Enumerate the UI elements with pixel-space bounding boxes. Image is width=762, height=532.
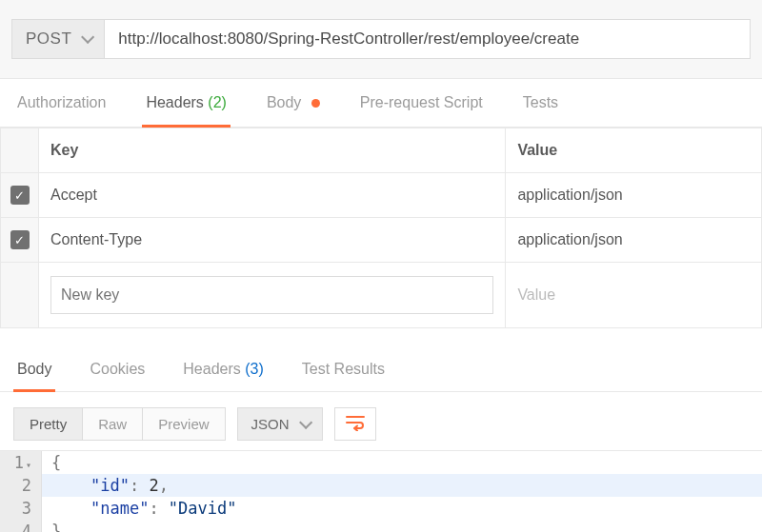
tab-tests[interactable]: Tests (519, 79, 562, 127)
headers-count: (2) (208, 94, 227, 110)
checkbox-header (1, 128, 39, 173)
resp-headers-count: (3) (245, 361, 264, 377)
header-value[interactable]: application/json (506, 218, 762, 263)
wrap-lines-button[interactable] (334, 407, 376, 441)
resp-tab-body[interactable]: Body (13, 347, 55, 391)
view-pretty-button[interactable]: Pretty (14, 408, 83, 440)
header-key[interactable]: Accept (39, 173, 506, 218)
row-checkbox[interactable]: ✓ (10, 230, 30, 249)
tab-prerequest[interactable]: Pre-request Script (356, 79, 487, 127)
response-body-editor[interactable]: 1▾ { 2 "id": 2, 3 "name": "David" 4 } (0, 450, 762, 532)
header-value[interactable]: application/json (506, 173, 762, 218)
header-key[interactable]: Content-Type (39, 218, 506, 263)
request-tabs: Authorization Headers (2) Body Pre-reque… (0, 79, 762, 128)
tab-headers[interactable]: Headers (2) (142, 79, 231, 127)
header-row: ✓ Accept application/json (1, 173, 762, 218)
request-row: POST (0, 0, 762, 79)
headers-table: Key Value ✓ Accept application/json ✓ Co… (0, 128, 762, 328)
header-row: ✓ Content-Type application/json (1, 218, 762, 263)
col-value: Value (506, 128, 762, 173)
resp-tab-headers[interactable]: Headers (3) (179, 347, 268, 391)
chevron-down-icon (299, 415, 312, 428)
resp-tab-cookies[interactable]: Cookies (86, 347, 149, 391)
tab-body[interactable]: Body (263, 79, 324, 127)
wrap-icon (345, 414, 366, 431)
new-value-placeholder[interactable]: Value (517, 286, 555, 303)
chevron-down-icon (81, 30, 94, 44)
row-checkbox[interactable]: ✓ (10, 186, 30, 205)
http-method-select[interactable]: POST (11, 19, 105, 59)
tab-headers-label: Headers (146, 94, 203, 110)
tab-authorization[interactable]: Authorization (13, 79, 110, 127)
format-select[interactable]: JSON (237, 407, 323, 441)
url-input[interactable] (105, 19, 751, 59)
view-preview-button[interactable]: Preview (143, 408, 224, 440)
body-toolbar: Pretty Raw Preview JSON (0, 392, 762, 450)
view-raw-button[interactable]: Raw (83, 408, 143, 440)
response-tabs: Body Cookies Headers (3) Test Results (0, 347, 762, 392)
unsaved-dot-icon (311, 99, 320, 108)
header-row-new: Value (1, 263, 762, 328)
view-mode-group: Pretty Raw Preview (13, 407, 226, 441)
col-key: Key (39, 128, 506, 173)
resp-tab-test-results[interactable]: Test Results (298, 347, 389, 391)
http-method-label: POST (26, 30, 71, 49)
new-key-input[interactable] (50, 276, 493, 314)
